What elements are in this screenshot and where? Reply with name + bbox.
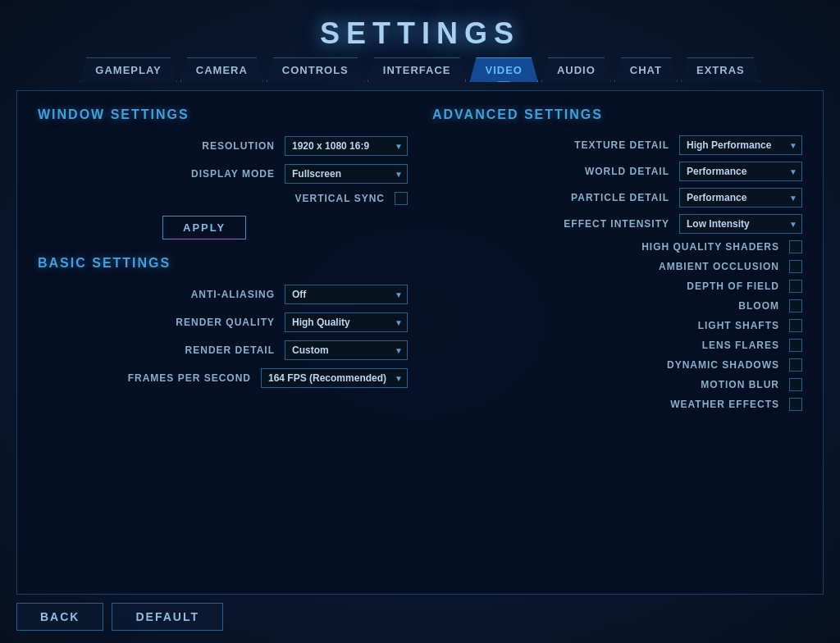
- tab-interface[interactable]: INTERFACE: [368, 57, 467, 82]
- dynamic-shadows-checkbox[interactable]: [789, 358, 802, 372]
- render-quality-row: RENDER QUALITY High Quality: [38, 308, 408, 336]
- render-quality-label: RENDER QUALITY: [160, 317, 275, 328]
- left-column: WINDOW SETTINGS RESOLUTION 1920 x 1080 1…: [38, 107, 408, 577]
- ambient-occlusion-row: AMBIENT OCCLUSION: [432, 257, 802, 276]
- fps-label: FRAMES PER SECOND: [128, 372, 251, 384]
- weather-effects-row: WEATHER EFFECTS: [432, 394, 802, 414]
- anti-aliasing-row: ANTI-ALIASING Off: [38, 280, 408, 308]
- effect-intensity-select-wrapper: Low Intensity: [679, 214, 802, 234]
- bottom-bar: BACK DEFAULT: [16, 595, 824, 635]
- vsync-label: VERTICAL SYNC: [270, 193, 385, 204]
- anti-aliasing-select[interactable]: Off: [285, 285, 408, 304]
- high-quality-shaders-label: HIGH QUALITY SHADERS: [640, 241, 779, 253]
- world-detail-label: WORLD DETAIL: [530, 166, 669, 177]
- fps-row: FRAMES PER SECOND 164 FPS (Recommended): [38, 364, 408, 392]
- resolution-select[interactable]: 1920 x 1080 16:9: [285, 136, 408, 156]
- display-mode-select-wrapper: Fullscreen: [285, 164, 408, 184]
- dynamic-shadows-row: DYNAMIC SHADOWS: [432, 355, 802, 375]
- texture-detail-label: TEXTURE DETAIL: [530, 139, 669, 151]
- particle-detail-select[interactable]: Performance: [679, 188, 802, 207]
- particle-detail-select-wrapper: Performance: [679, 188, 802, 207]
- right-column: ADVANCED SETTINGS TEXTURE DETAIL High Pe…: [432, 107, 802, 577]
- bloom-label: BLOOM: [640, 300, 779, 312]
- texture-detail-row: TEXTURE DETAIL High Performance: [432, 132, 802, 158]
- depth-of-field-checkbox[interactable]: [789, 280, 802, 293]
- motion-blur-row: MOTION BLUR: [432, 375, 802, 394]
- vsync-checkbox[interactable]: [395, 192, 408, 205]
- high-quality-shaders-checkbox[interactable]: [789, 240, 802, 253]
- lens-flares-label: LENS FLARES: [640, 340, 779, 351]
- weather-effects-label: WEATHER EFFECTS: [640, 399, 779, 410]
- ambient-occlusion-label: AMBIENT OCCLUSION: [640, 261, 779, 272]
- effect-intensity-row: EFFECT INTENSITY Low Intensity: [432, 211, 802, 237]
- window-settings-section: WINDOW SETTINGS RESOLUTION 1920 x 1080 1…: [38, 107, 408, 239]
- fps-select[interactable]: 164 FPS (Recommended): [261, 368, 408, 388]
- motion-blur-checkbox[interactable]: [789, 378, 802, 391]
- resolution-label: RESOLUTION: [160, 140, 275, 152]
- render-detail-row: RENDER DETAIL Custom: [38, 336, 408, 364]
- depth-of-field-label: DEPTH OF FIELD: [640, 280, 779, 292]
- tabs-row: GAMEPLAY CAMERA CONTROLS INTERFACE VIDEO…: [16, 57, 824, 82]
- back-button[interactable]: BACK: [16, 603, 103, 631]
- anti-aliasing-label: ANTI-ALIASING: [160, 289, 275, 300]
- bloom-row: BLOOM: [432, 296, 802, 316]
- tab-gameplay[interactable]: GAMEPLAY: [80, 57, 176, 82]
- depth-of-field-row: DEPTH OF FIELD: [432, 276, 802, 296]
- render-detail-label: RENDER DETAIL: [160, 344, 275, 356]
- render-quality-select-wrapper: High Quality: [285, 312, 408, 332]
- render-quality-select[interactable]: High Quality: [285, 312, 408, 332]
- lens-flares-checkbox[interactable]: [789, 339, 802, 352]
- light-shafts-label: LIGHT SHAFTS: [640, 320, 779, 331]
- effect-intensity-label: EFFECT INTENSITY: [530, 218, 669, 230]
- light-shafts-checkbox[interactable]: [789, 319, 802, 332]
- world-detail-select-wrapper: Performance: [679, 162, 802, 181]
- fps-select-wrapper: 164 FPS (Recommended): [261, 368, 408, 388]
- weather-effects-checkbox[interactable]: [789, 398, 802, 411]
- tab-camera[interactable]: CAMERA: [180, 57, 263, 82]
- effect-intensity-select[interactable]: Low Intensity: [679, 214, 802, 234]
- display-mode-label: DISPLAY MODE: [160, 168, 275, 180]
- basic-settings-header: BASIC SETTINGS: [38, 256, 408, 271]
- vsync-row: VERTICAL SYNC: [38, 188, 408, 209]
- tab-video[interactable]: VIDEO: [469, 57, 537, 82]
- tab-controls[interactable]: CONTROLS: [267, 57, 364, 82]
- bloom-checkbox[interactable]: [789, 299, 802, 312]
- page-title: SETTINGS: [16, 8, 824, 57]
- display-mode-row: DISPLAY MODE Fullscreen: [38, 160, 408, 188]
- default-button[interactable]: DEFAULT: [112, 603, 223, 631]
- advanced-settings-header: ADVANCED SETTINGS: [432, 107, 802, 122]
- lens-flares-row: LENS FLARES: [432, 335, 802, 355]
- texture-detail-select[interactable]: High Performance: [679, 135, 802, 155]
- world-detail-select[interactable]: Performance: [679, 162, 802, 181]
- display-mode-select[interactable]: Fullscreen: [285, 164, 408, 184]
- anti-aliasing-select-wrapper: Off: [285, 285, 408, 304]
- apply-button[interactable]: APPLY: [162, 216, 246, 239]
- light-shafts-row: LIGHT SHAFTS: [432, 316, 802, 335]
- window-settings-header: WINDOW SETTINGS: [38, 107, 408, 122]
- render-detail-select[interactable]: Custom: [285, 340, 408, 360]
- resolution-select-wrapper: 1920 x 1080 16:9: [285, 136, 408, 156]
- world-detail-row: WORLD DETAIL Performance: [432, 158, 802, 185]
- particle-detail-row: PARTICLE DETAIL Performance: [432, 185, 802, 211]
- dynamic-shadows-label: DYNAMIC SHADOWS: [640, 359, 779, 371]
- tab-chat[interactable]: CHAT: [614, 57, 678, 82]
- particle-detail-label: PARTICLE DETAIL: [530, 192, 669, 203]
- high-quality-shaders-row: HIGH QUALITY SHADERS: [432, 237, 802, 257]
- ambient-occlusion-checkbox[interactable]: [789, 260, 802, 273]
- tab-audio[interactable]: AUDIO: [541, 57, 611, 82]
- render-detail-select-wrapper: Custom: [285, 340, 408, 360]
- texture-detail-select-wrapper: High Performance: [679, 135, 802, 155]
- resolution-row: RESOLUTION 1920 x 1080 16:9: [38, 132, 408, 160]
- content-area: WINDOW SETTINGS RESOLUTION 1920 x 1080 1…: [16, 90, 824, 595]
- tab-extras[interactable]: EXTRAS: [681, 57, 760, 82]
- basic-settings-section: BASIC SETTINGS ANTI-ALIASING Off RENDER …: [38, 256, 408, 392]
- motion-blur-label: MOTION BLUR: [640, 379, 779, 390]
